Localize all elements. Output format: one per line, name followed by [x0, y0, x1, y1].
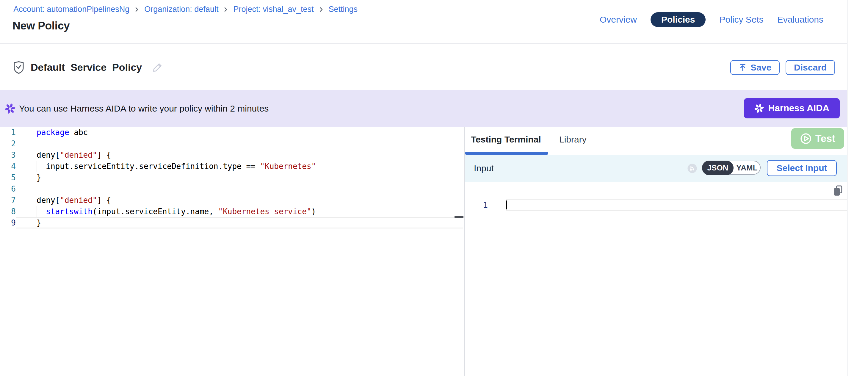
- policy-identity: Default_Service_Policy: [13, 44, 163, 90]
- page-header: Account: automationPipelinesNg Organizat…: [0, 0, 847, 44]
- text-caret: [506, 200, 507, 210]
- aida-flower-icon: [754, 103, 764, 113]
- code-line-text: deny["denied"] {: [16, 194, 111, 206]
- aida-banner: You can use Harness AIDA to write your p…: [0, 90, 847, 127]
- page-right-border: [847, 0, 847, 376]
- code-line-text: package abc: [16, 127, 88, 138]
- harness-aida-button-label: Harness AIDA: [768, 103, 829, 114]
- nav-overview[interactable]: Overview: [600, 14, 637, 25]
- code-line[interactable]: 7deny["denied"] {: [0, 194, 464, 206]
- aida-flower-icon: [5, 103, 16, 114]
- format-toggle: JSON YAML: [702, 161, 761, 175]
- policy-name: Default_Service_Policy: [31, 62, 142, 73]
- line-number: 9: [0, 217, 16, 228]
- save-button-label: Save: [750, 62, 771, 72]
- policy-code-lines: 1package abc23deny["denied"] {4 input.se…: [0, 127, 464, 228]
- line-number: 5: [0, 172, 16, 183]
- nav-policies[interactable]: Policies: [651, 12, 706, 27]
- page-title: New Policy: [12, 20, 70, 32]
- current-line-highlight: [17, 217, 463, 228]
- test-button[interactable]: Test: [791, 128, 844, 149]
- test-button-label: Test: [815, 133, 835, 144]
- chevron-right-icon: [318, 7, 324, 12]
- line-number: 7: [0, 194, 16, 206]
- discard-button-label: Discard: [794, 62, 827, 72]
- copy-icon[interactable]: [833, 185, 844, 196]
- save-button[interactable]: Save: [730, 60, 780, 75]
- testing-panel: Testing Terminal Library Test Input: [465, 127, 847, 376]
- tab-testing-terminal[interactable]: Testing Terminal: [471, 134, 541, 145]
- select-input-button-label: Select Input: [776, 163, 827, 173]
- edit-policy-name-icon[interactable]: [151, 62, 163, 73]
- branch-icon: [687, 163, 697, 175]
- discard-button[interactable]: Discard: [785, 60, 835, 75]
- policy-toolbar: Default_Service_Policy Save: [0, 44, 847, 90]
- code-line[interactable]: 2: [0, 138, 464, 149]
- code-line[interactable]: 5}: [0, 172, 464, 183]
- breadcrumb-account[interactable]: Account: automationPipelinesNg: [13, 5, 129, 14]
- upload-icon: [739, 63, 747, 72]
- breadcrumb-organization[interactable]: Organization: default: [144, 5, 218, 14]
- line-number: 2: [0, 138, 16, 149]
- chevron-right-icon: [223, 7, 228, 12]
- breadcrumb-settings[interactable]: Settings: [329, 5, 358, 14]
- format-json-option[interactable]: JSON: [702, 161, 734, 175]
- overview-ruler-cursor: [455, 216, 463, 218]
- line-number: 1: [0, 127, 16, 138]
- shield-check-icon: [13, 61, 24, 74]
- line-number: 6: [0, 183, 16, 194]
- policy-code-editor[interactable]: 1package abc23deny["denied"] {4 input.se…: [0, 127, 464, 376]
- page: Account: automationPipelinesNg Organizat…: [0, 0, 868, 376]
- tab-library[interactable]: Library: [559, 134, 587, 145]
- code-line-text: input.serviceEntity.serviceDefinition.ty…: [16, 161, 316, 172]
- input-section-bar: Input JSON YAML Select Input: [465, 155, 847, 182]
- line-number: 8: [0, 206, 16, 217]
- input-editor[interactable]: 1: [465, 199, 847, 211]
- select-input-button[interactable]: Select Input: [767, 160, 837, 176]
- breadcrumb-project[interactable]: Project: vishal_av_test: [233, 5, 313, 14]
- nav-policy-sets[interactable]: Policy Sets: [719, 14, 763, 25]
- input-line-number: 1: [476, 199, 488, 211]
- code-line[interactable]: 8 startswith(input.serviceEntity.name, "…: [0, 206, 464, 217]
- indent-guide: [37, 206, 37, 217]
- active-tab-underline: [465, 152, 548, 155]
- line-number: 3: [0, 149, 16, 161]
- code-line-text: startswith(input.serviceEntity.name, "Ku…: [16, 206, 316, 217]
- code-line-text: }: [16, 172, 41, 183]
- code-line[interactable]: 6: [0, 183, 464, 194]
- indent-guide: [37, 161, 37, 172]
- input-current-line[interactable]: [506, 199, 847, 211]
- play-circle-icon: [800, 133, 812, 145]
- nav-evaluations[interactable]: Evaluations: [777, 14, 824, 25]
- format-yaml-option[interactable]: YAML: [734, 161, 760, 175]
- input-section-label: Input: [474, 155, 494, 182]
- line-number: 4: [0, 161, 16, 172]
- code-line[interactable]: 1package abc: [0, 127, 464, 138]
- code-line[interactable]: 3deny["denied"] {: [0, 149, 464, 161]
- policy-actions: Save Discard: [730, 60, 835, 75]
- module-nav: Overview Policies Policy Sets Evaluation…: [600, 12, 824, 27]
- aida-banner-message: You can use Harness AIDA to write your p…: [19, 103, 269, 114]
- harness-aida-button[interactable]: Harness AIDA: [744, 98, 840, 118]
- code-line[interactable]: 4 input.serviceEntity.serviceDefinition.…: [0, 161, 464, 172]
- breadcrumb: Account: automationPipelinesNg Organizat…: [13, 5, 358, 14]
- chevron-right-icon: [134, 7, 140, 12]
- code-line-text: deny["denied"] {: [16, 149, 111, 161]
